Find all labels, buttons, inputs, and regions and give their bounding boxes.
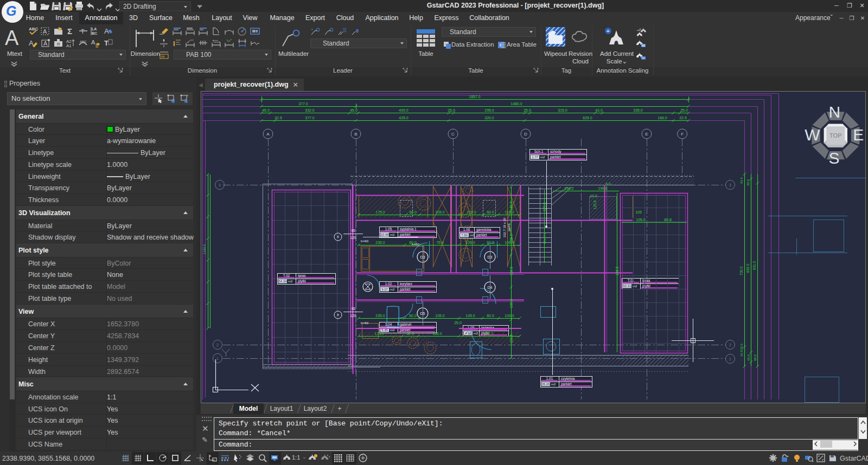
svg-text:A: A [43,28,47,35]
svg-text:ABC: ABC [80,40,87,43]
svg-text:45.0: 45.0 [262,108,270,112]
svg-text:155.5: 155.5 [509,234,513,243]
svg-text:I: I [173,40,175,48]
svg-text:60.0: 60.0 [746,179,750,186]
svg-text:sypialnia 1: sypialnia 1 [400,227,417,231]
svg-text:1857.0: 1857.0 [469,95,481,99]
svg-text:korytarz: korytarz [400,282,412,286]
svg-text:1.05: 1.05 [385,227,392,231]
svg-text:295.0: 295.0 [484,108,494,112]
svg-text:taras: taras [298,274,306,277]
svg-text:T.02: T.02 [283,274,290,277]
svg-text:10.48: 10.48 [380,233,389,236]
svg-text:83.4: 83.4 [740,177,743,184]
svg-text:+: + [186,94,189,98]
svg-text:35.05: 35.05 [541,383,550,386]
svg-text:czytelnia: czytelnia [561,377,575,381]
svg-text:120.0: 120.0 [467,210,476,214]
svg-text:1: 1 [729,357,731,361]
svg-text:1.04: 1.04 [385,322,392,326]
svg-text:1.01: 1.01 [546,377,553,380]
svg-text:62.5: 62.5 [740,350,743,357]
svg-text:235.0: 235.0 [375,314,385,318]
svg-text:105.0: 105.0 [636,218,646,222]
svg-text:105.0: 105.0 [435,314,445,318]
svg-text:65.0: 65.0 [747,354,750,361]
svg-text:h =60: h =60 [361,240,369,243]
svg-text:175.0: 175.0 [375,210,385,214]
svg-text:95: 95 [351,307,355,311]
svg-text:1.77: 1.77 [532,156,538,159]
svg-text:235.0: 235.0 [375,241,385,244]
svg-text:60.8: 60.8 [664,218,672,222]
svg-text:schody: schody [550,150,561,154]
svg-text:400.0: 400.0 [399,108,409,112]
svg-text:gabinet: gabinet [400,322,412,327]
svg-text:BC: BC [92,31,97,35]
svg-text:parkiet: parkiet [476,233,487,237]
svg-text:25.0: 25.0 [448,108,455,112]
svg-text:25.0: 25.0 [680,108,688,112]
svg-text:T: T [104,39,108,47]
svg-text:A: A [5,27,19,49]
svg-text:☰: ☰ [342,28,347,33]
svg-text:S: S [829,149,840,167]
svg-text:8: 8 [337,235,339,238]
svg-text:2: 2 [729,343,731,347]
svg-text:m2: m2 [551,383,556,386]
svg-text:25.0: 25.0 [740,344,743,350]
svg-text:18x17.2: 18x17.2 [543,232,546,244]
svg-text:110.6: 110.6 [509,334,513,343]
svg-text:105.0: 105.0 [465,314,475,318]
svg-text:105: 105 [635,210,642,214]
svg-text:377.0: 377.0 [305,116,315,120]
svg-text:60.0: 60.0 [409,314,417,318]
svg-text:plytki: plytki [642,284,650,288]
svg-text:60.0: 60.0 [487,314,494,318]
svg-text:A: A [43,40,48,47]
svg-text:Σ: Σ [67,27,72,36]
svg-text:1.06: 1.06 [463,228,470,231]
svg-text:garedoba: garedoba [476,228,492,232]
svg-text:1: 1 [216,357,219,360]
svg-text:377.0: 377.0 [298,102,308,106]
svg-text:100.0: 100.0 [505,314,514,318]
svg-text:+: + [607,28,610,34]
svg-text:E: E [853,126,864,144]
svg-text:⇕: ⇕ [499,43,502,48]
svg-text:150.8: 150.8 [509,201,513,210]
svg-text:166.0: 166.0 [658,116,667,120]
svg-text:105.0: 105.0 [465,241,475,244]
svg-text:105.0: 105.0 [435,210,445,214]
svg-text:1.02: 1.02 [385,282,392,286]
svg-text:3: 3 [729,183,731,187]
svg-text:m2: m2 [470,234,475,237]
svg-text:10.0: 10.0 [590,194,597,198]
svg-text:332.0: 332.0 [305,108,315,112]
svg-text:m2: m2 [390,288,395,291]
svg-text:199.8: 199.8 [598,186,608,190]
svg-text:C: C [451,132,455,137]
svg-text:335.0: 335.0 [633,108,643,112]
svg-text:taras: taras [642,279,650,282]
svg-text:parkiet: parkiet [550,155,561,159]
svg-text:plytki: plytki [298,279,306,283]
svg-text:parkiet: parkiet [400,287,411,292]
svg-text:315.0: 315.0 [558,108,567,112]
svg-text:h =60: h =60 [361,321,369,325]
svg-text:F: F [681,132,684,137]
svg-text:700.0: 700.0 [739,266,743,275]
svg-text:60.0: 60.0 [487,210,494,214]
svg-text:8: 8 [337,313,339,317]
svg-text:146.5: 146.5 [615,266,619,275]
svg-text:E: E [645,132,648,137]
svg-text:h =60: h =60 [412,243,420,246]
svg-text:43.0: 43.0 [595,108,603,112]
svg-text:1480.0: 1480.0 [510,102,522,106]
svg-text:116.5: 116.5 [509,267,513,275]
svg-text:625.0: 625.0 [583,116,592,120]
svg-text:A: A [91,39,95,46]
svg-text:T: T [81,28,85,35]
svg-text:∞: ∞ [161,54,164,59]
svg-text:168.2: 168.2 [564,186,574,190]
